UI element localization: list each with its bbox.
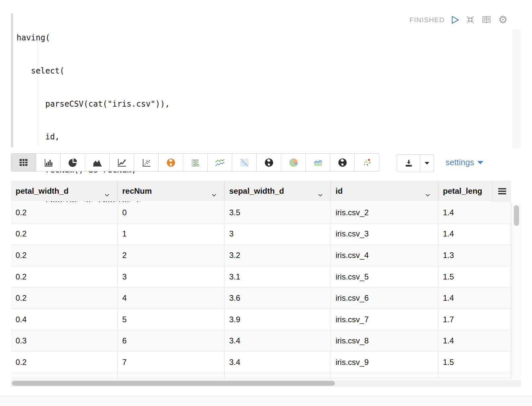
table-cell: 0.2	[11, 352, 118, 373]
download-icon	[404, 159, 413, 168]
chart-type-bar-button[interactable]	[36, 154, 60, 171]
chart-type-group	[11, 153, 379, 172]
caret-down-icon	[425, 162, 429, 165]
horizontal-scrollbar-thumb[interactable]	[12, 381, 335, 386]
gear-icon[interactable]: ⚙	[498, 15, 507, 25]
table-cell: 3.6	[225, 287, 331, 309]
table-cell: 1.5	[438, 266, 511, 287]
table-cell: 1	[118, 224, 225, 245]
column-label: id	[336, 186, 343, 196]
table-row: 0.2 1 3 iris.csv_3 1.4	[11, 224, 511, 245]
area-colored-icon	[313, 158, 323, 168]
hamburger-menu-icon	[498, 188, 507, 195]
table-cell: 0.4	[11, 309, 118, 330]
code-editor[interactable]: having( select( parseCSV(cat("iris.csv")…	[11, 10, 521, 149]
caret-down-icon	[477, 161, 483, 164]
chart-type-globe-2-button[interactable]	[330, 154, 354, 171]
horizontal-scrollbar	[11, 380, 521, 387]
chart-type-area-button[interactable]	[85, 154, 109, 171]
book-icon[interactable]	[481, 15, 492, 24]
chart-type-bubble-button[interactable]	[183, 154, 207, 171]
paragraph-controls: FINISHED ⚙	[409, 15, 507, 25]
status-badge: FINISHED	[409, 16, 445, 24]
zeppelin-paragraph: having( select( parseCSV(cat("iris.csv")…	[0, 0, 532, 406]
scatter-colored-icon	[362, 158, 372, 168]
vertical-scrollbar	[511, 203, 521, 379]
table-cell: 1.3	[438, 245, 511, 266]
table-row: 0.2 2 3.2 iris.csv_4 1.3	[11, 245, 511, 266]
column-label: recNum	[122, 186, 152, 196]
table-cell: 1.4	[438, 202, 511, 223]
column-label: petal_leng	[443, 186, 482, 196]
bubble-chart-icon	[190, 158, 200, 167]
table-cell: 1.5	[438, 352, 511, 373]
chart-type-table-button[interactable]	[11, 154, 36, 171]
table-cell: iris.csv_5	[331, 266, 438, 287]
chart-type-multi-line-button[interactable]	[207, 154, 232, 171]
compress-icon[interactable]	[466, 15, 475, 24]
chart-type-heatmap-button[interactable]	[232, 154, 256, 171]
chart-type-map-orange-button[interactable]	[158, 154, 183, 171]
table-cell: 3.1	[225, 266, 331, 287]
table-cell: iris.csv_4	[331, 245, 438, 266]
table-cell: 0.2	[11, 266, 118, 287]
table-cell: 0.2	[11, 287, 118, 309]
table-cell: iris.csv_7	[331, 309, 438, 330]
table-cell: 1.4	[438, 224, 511, 245]
editor-scrollbar[interactable]	[512, 29, 521, 148]
table-row: 0.2 3 3.1 iris.csv_5 1.5	[11, 266, 511, 288]
table-cell: iris.csv_3	[331, 224, 438, 245]
grid-menu-button[interactable]	[493, 180, 511, 202]
table-cell: 3.5	[225, 202, 331, 223]
table-cell	[225, 373, 331, 378]
line-chart-icon	[117, 158, 127, 167]
chevron-down-icon[interactable]	[212, 189, 216, 199]
globe-dark-icon	[338, 158, 347, 168]
table-cell: 3.4	[225, 330, 331, 352]
download-split-button	[397, 154, 434, 172]
table-row: 0.2 7 3.4 iris.csv_9 1.5	[11, 352, 511, 373]
table-cell: iris.csv_2	[331, 202, 438, 223]
table-cell: 1.7	[438, 309, 511, 330]
run-play-icon[interactable]	[451, 16, 459, 24]
table-cell	[331, 373, 438, 378]
chart-type-line-button[interactable]	[109, 154, 134, 171]
table-cell: 6	[118, 330, 225, 352]
table-cell	[438, 373, 511, 378]
settings-dropdown[interactable]: settings	[446, 153, 483, 172]
multi-line-chart-icon	[215, 158, 225, 167]
globe-dark-icon	[264, 158, 274, 168]
column-header-sepal-width[interactable]: sepal_width_d	[225, 180, 331, 201]
chart-type-pie-colored-button[interactable]	[281, 154, 305, 171]
download-options-button[interactable]	[420, 155, 434, 172]
column-header-recnum[interactable]: recNum	[118, 180, 225, 201]
chart-type-area-colored-button[interactable]	[305, 154, 330, 171]
chart-type-pie-button[interactable]	[60, 154, 85, 171]
column-header-id[interactable]: id	[331, 180, 438, 201]
code-line: parseCSV(cat("iris.csv")),	[17, 99, 194, 110]
table-row: 0.4 5 3.9 iris.csv_7 1.7	[11, 309, 511, 330]
table-row: 0.3 6 3.4 iris.csv_8 1.4	[11, 330, 511, 352]
column-header-petal-width[interactable]: petal_width_d	[11, 180, 118, 201]
table-cell: 0.2	[11, 202, 118, 223]
table-cell: 1.4	[438, 287, 511, 309]
chart-type-globe-1-button[interactable]	[256, 154, 281, 171]
chevron-down-icon[interactable]	[105, 189, 109, 199]
table-body: 0.2 0 3.5 iris.csv_2 1.4 0.2 1 3 iris.cs…	[11, 202, 511, 379]
table-cell: iris.csv_9	[331, 352, 438, 373]
table-cell: 0.2	[11, 245, 118, 266]
globe-orange-icon	[166, 158, 176, 168]
chevron-down-icon[interactable]	[425, 189, 430, 199]
chart-type-scatter-colored-button[interactable]	[354, 154, 379, 171]
chart-type-scatter-button[interactable]	[134, 154, 158, 171]
table-header-row: petal_width_d recNum sepal_width_d id	[11, 180, 511, 201]
settings-label: settings	[446, 158, 474, 167]
column-label: petal_width_d	[16, 186, 69, 196]
chevron-down-icon[interactable]	[318, 189, 323, 199]
bar-chart-icon	[43, 158, 53, 167]
vertical-scrollbar-thumb[interactable]	[514, 205, 519, 226]
download-button[interactable]	[397, 155, 420, 172]
table-cell: 3.9	[225, 309, 331, 330]
pie-chart-icon	[68, 158, 78, 168]
column-label: sepal_width_d	[229, 186, 284, 196]
